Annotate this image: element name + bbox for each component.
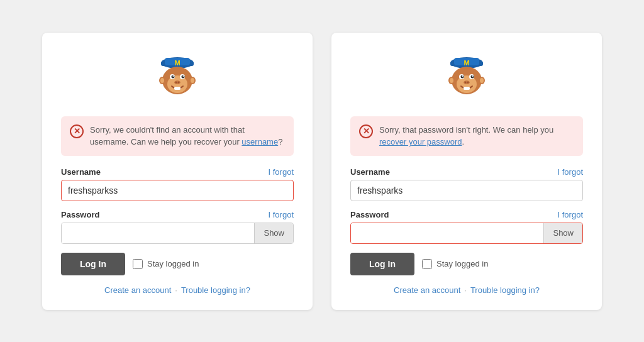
- password-label-row-2: Password I forgot: [350, 210, 583, 219]
- svg-point-31: [472, 75, 474, 77]
- username-label-1: Username: [61, 167, 101, 177]
- password-forgot-link-1[interactable]: I forgot: [269, 210, 294, 219]
- svg-point-11: [183, 75, 184, 77]
- password-input-2[interactable]: [351, 223, 543, 243]
- page-wrapper: M: [0, 20, 644, 323]
- svg-point-39: [480, 78, 484, 83]
- svg-point-38: [450, 78, 453, 83]
- stay-logged-checkbox-1[interactable]: [133, 259, 143, 269]
- password-wrapper-2: Show: [350, 223, 583, 244]
- show-password-button-1[interactable]: Show: [254, 223, 293, 243]
- mailchimp-logo-1: M: [152, 52, 203, 102]
- svg-point-34: [467, 81, 469, 83]
- stay-logged-label-2: Stay logged in: [436, 259, 488, 268]
- svg-text:M: M: [464, 59, 469, 67]
- username-group-2: Username I forgot: [350, 167, 583, 201]
- username-label-row-2: Username I forgot: [350, 167, 583, 177]
- password-label-2: Password: [350, 210, 389, 219]
- logo-area-2: M: [441, 52, 492, 104]
- svg-point-13: [175, 81, 177, 83]
- error-icon-1: ✕: [70, 124, 84, 138]
- footer-dot-1: ·: [175, 285, 177, 295]
- footer-dot-2: ·: [464, 285, 467, 295]
- show-password-button-2[interactable]: Show: [543, 223, 582, 243]
- stay-logged-row-2[interactable]: Stay logged in: [422, 259, 488, 269]
- login-button-2[interactable]: Log In: [350, 253, 414, 275]
- svg-point-10: [173, 75, 174, 77]
- svg-text:M: M: [174, 59, 180, 67]
- login-button-1[interactable]: Log In: [61, 253, 125, 275]
- username-forgot-link-1[interactable]: I forgot: [269, 167, 294, 177]
- username-label-2: Username: [350, 167, 390, 177]
- login-panel-1: M: [42, 33, 313, 310]
- create-account-link-1[interactable]: Create an account: [104, 285, 171, 295]
- svg-point-19: [191, 78, 194, 83]
- error-text-1: Sorry, we couldn't find an account with …: [90, 124, 285, 148]
- password-group-1: Password I forgot Show: [61, 210, 294, 244]
- trouble-logging-link-1[interactable]: Trouble logging in?: [181, 285, 250, 295]
- password-wrapper-1: Show: [61, 223, 294, 244]
- username-label-row-1: Username I forgot: [61, 167, 294, 177]
- svg-rect-35: [464, 87, 470, 90]
- stay-logged-label-1: Stay logged in: [147, 259, 199, 268]
- actions-row-2: Log In Stay logged in: [350, 253, 583, 275]
- svg-point-30: [462, 75, 464, 77]
- error-banner-2: ✕ Sorry, that password isn't right. We c…: [350, 116, 583, 156]
- username-input-2[interactable]: [350, 180, 583, 201]
- error-link-username[interactable]: username: [242, 137, 278, 146]
- error-text-2: Sorry, that password isn't right. We can…: [379, 124, 574, 148]
- password-label-row-1: Password I forgot: [61, 210, 294, 219]
- stay-logged-row-1[interactable]: Stay logged in: [133, 259, 199, 269]
- create-account-link-2[interactable]: Create an account: [394, 285, 460, 295]
- username-forgot-link-2[interactable]: I forgot: [558, 167, 583, 177]
- password-label-1: Password: [61, 210, 99, 219]
- svg-point-33: [465, 81, 467, 83]
- login-panel-2: M ✕ Sorr: [331, 33, 602, 310]
- username-group-1: Username I forgot: [61, 167, 294, 201]
- password-forgot-link-2[interactable]: I forgot: [558, 210, 583, 219]
- error-icon-2: ✕: [359, 124, 373, 138]
- password-input-1[interactable]: [62, 223, 254, 243]
- footer-links-2: Create an account · Trouble logging in?: [394, 285, 540, 295]
- error-banner-1: ✕ Sorry, we couldn't find an account wit…: [61, 116, 294, 156]
- svg-point-18: [160, 78, 164, 83]
- stay-logged-checkbox-2[interactable]: [422, 259, 432, 269]
- svg-point-14: [178, 81, 180, 83]
- error-link-password[interactable]: recover your password: [379, 137, 462, 146]
- mailchimp-logo-2: M: [441, 52, 492, 102]
- actions-row-1: Log In Stay logged in: [61, 253, 294, 275]
- svg-rect-15: [174, 87, 180, 90]
- logo-area-1: M: [152, 52, 203, 104]
- trouble-logging-link-2[interactable]: Trouble logging in?: [470, 285, 540, 295]
- footer-links-1: Create an account · Trouble logging in?: [104, 285, 250, 295]
- password-group-2: Password I forgot Show: [350, 210, 583, 244]
- username-input-1[interactable]: [61, 180, 294, 201]
